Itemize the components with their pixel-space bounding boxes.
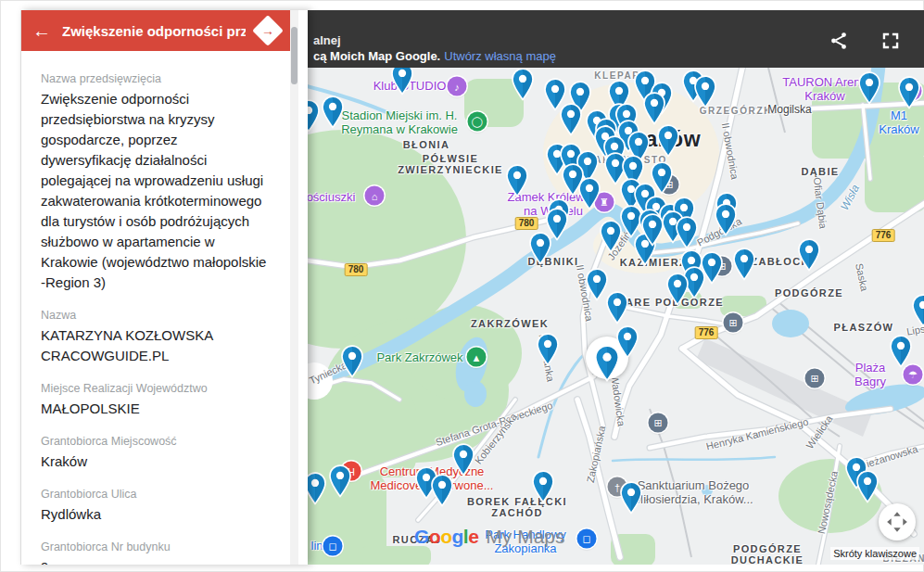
panel-header: ← Zwiększenie odporności przed... → — [21, 10, 290, 51]
map-pin[interactable] — [585, 268, 609, 301]
info-panel: ← Zwiększenie odporności przed... → Nazw… — [20, 10, 308, 565]
pan-control[interactable] — [879, 503, 916, 540]
map-pin[interactable] — [897, 76, 921, 109]
map-pin[interactable] — [528, 232, 552, 265]
field-value: KATARZYNA KOZŁOWSKA CRACOWGUIDE.PL — [41, 325, 271, 366]
map-pin[interactable] — [665, 273, 690, 306]
map-pin[interactable] — [911, 294, 924, 327]
field-value: Zwiększenie odporności przedsiębiorstwa … — [41, 89, 271, 293]
scrollbar-thumb[interactable] — [291, 27, 297, 84]
map-pin[interactable] — [714, 203, 738, 236]
map-pin[interactable] — [857, 71, 881, 105]
panel-title: Zwiększenie odporności przed... — [62, 23, 246, 39]
map-pin[interactable] — [511, 68, 535, 101]
field-label: Nazwa przedsięwzięcia — [41, 72, 271, 85]
map-pin[interactable] — [307, 472, 327, 505]
map-pin[interactable] — [451, 443, 475, 477]
map-canvas[interactable]: KLEPARZKrakówSTARE MIASTOBŁONIAPÓŁWSIE Z… — [307, 68, 924, 565]
map-pin[interactable] — [889, 335, 913, 368]
attribution-text: cą Moich Map Google. — [313, 49, 440, 63]
map-pin[interactable] — [599, 220, 623, 253]
back-icon[interactable]: ← — [32, 21, 51, 40]
map-pin[interactable] — [430, 474, 454, 507]
field-label: Grantobiorca Miejscowość — [41, 435, 271, 448]
field-value: MAŁOPOLSKIE — [41, 399, 271, 419]
field-label: Miejsce Realizacji Województwo — [41, 382, 271, 395]
shopping-icon[interactable]: ◻ — [577, 529, 597, 549]
attribution-line: cą Moich Map Google.Utwórz własną mapę — [313, 48, 556, 64]
share-icon[interactable] — [829, 31, 849, 51]
map-pin[interactable] — [693, 75, 717, 108]
map-pin[interactable] — [855, 470, 880, 503]
selected-map-pin[interactable] — [593, 345, 620, 382]
train-station-icon[interactable]: ⊞ — [649, 413, 668, 433]
embed-header-text: alnej cą Moich Map Google.Utwórz własną … — [313, 32, 556, 64]
train-station-icon[interactable]: ⊞ — [724, 313, 743, 333]
map-pin[interactable] — [328, 464, 352, 498]
fullscreen-icon[interactable] — [880, 31, 901, 51]
map-pin[interactable] — [619, 481, 643, 515]
shopping-icon[interactable]: ◻ — [323, 537, 343, 556]
directions-icon[interactable]: → — [252, 15, 284, 46]
embed-header: alnej cą Moich Map Google.Utwórz własną … — [307, 10, 924, 68]
app-frame: ← Zwiększenie odporności przed... → Nazw… — [0, 0, 924, 572]
map-pin[interactable] — [559, 103, 583, 136]
field-value: 9 — [41, 557, 271, 565]
map-pin[interactable] — [536, 333, 560, 366]
map-title-fragment: alnej — [313, 32, 556, 48]
field-value: Rydlówka — [41, 504, 271, 525]
field-label: Nazwa — [41, 309, 271, 322]
field-value: Kraków — [41, 451, 271, 472]
park-tree-icon[interactable]: ▲ — [467, 348, 487, 367]
keyboard-shortcuts-label[interactable]: Skróty klawiszowe — [830, 547, 919, 560]
map-pin[interactable] — [390, 68, 414, 95]
map-pin[interactable] — [505, 164, 529, 197]
map-pin[interactable] — [797, 238, 821, 272]
map-pin[interactable] — [340, 345, 364, 378]
klub-studio-icon[interactable]: ♪ — [448, 77, 467, 96]
map-pin[interactable] — [732, 248, 756, 281]
directions-arrow: → — [261, 23, 274, 38]
map-pin[interactable] — [531, 470, 555, 503]
scrollbar-track[interactable] — [290, 10, 298, 565]
map-pin[interactable] — [321, 95, 345, 129]
create-own-map-link[interactable]: Utwórz własną mapę — [444, 49, 556, 63]
kosciuszko-mound-icon[interactable]: ⌂ — [365, 186, 385, 206]
map-region: alnej cą Moich Map Google.Utwórz własną … — [307, 10, 924, 565]
map-pin[interactable] — [675, 216, 699, 249]
map-pin[interactable] — [307, 99, 321, 133]
train-station-icon[interactable]: ⊞ — [805, 369, 825, 388]
field-label: Grantobiorca Ulica — [41, 488, 271, 501]
map-pin[interactable] — [642, 92, 666, 125]
map-pin[interactable] — [577, 177, 601, 210]
panel-body: Nazwa przedsięwzięciaZwiększenie odporno… — [21, 51, 289, 565]
map-pin[interactable] — [656, 124, 680, 158]
field-label: Grantobiorca Nr budynku — [41, 540, 271, 553]
stadium-icon[interactable]: ◯ — [468, 112, 487, 132]
